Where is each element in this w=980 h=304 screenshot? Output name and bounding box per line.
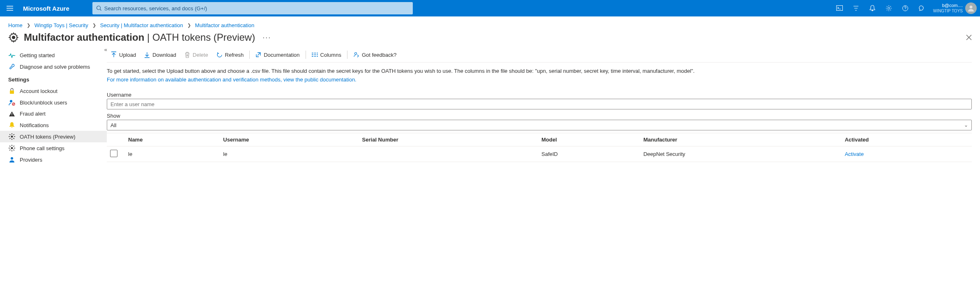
cloud-shell-icon[interactable]	[831, 0, 848, 16]
sidebar-item-account-lockout[interactable]: Account lockout	[0, 85, 107, 97]
sidebar-item-label: Notifications	[20, 122, 49, 128]
sidebar-item-block-users[interactable]: Block/unblock users	[0, 97, 107, 108]
col-activated[interactable]: Activated	[840, 133, 972, 146]
hamburger-icon[interactable]	[0, 0, 20, 16]
settings-icon[interactable]	[881, 0, 897, 16]
search-input[interactable]	[104, 5, 409, 12]
sidebar-item-notifications[interactable]: Notifications	[0, 119, 107, 131]
svg-point-0	[97, 6, 100, 10]
toolbar-separator	[347, 51, 347, 59]
page-title-row: Multifactor authentication | OATH tokens…	[0, 32, 980, 47]
toolbar: Upload Download Delete Refresh Documenta…	[107, 47, 972, 63]
activate-link[interactable]: Activate	[845, 151, 864, 157]
user-org: WINGTIP TOYS	[933, 8, 963, 14]
cell-manufacturer: DeepNet Security	[638, 146, 840, 162]
svg-point-12	[354, 52, 357, 54]
sidebar-item-label: Diagnose and solve problems	[20, 64, 90, 70]
warning-icon	[8, 111, 16, 117]
toolbar-separator	[306, 51, 306, 59]
chevron-right-icon: ❯	[187, 23, 191, 28]
more-icon[interactable]: ···	[262, 33, 271, 42]
sidebar-item-getting-started[interactable]: Getting started	[0, 50, 107, 61]
row-checkbox[interactable]	[110, 150, 117, 157]
tokens-table: Name Username Serial Number Model Manufa…	[107, 133, 972, 162]
breadcrumb: Home ❯ Wingtip Toys | Security ❯ Securit…	[0, 16, 980, 32]
avatar	[965, 2, 977, 14]
sidebar-item-label: Account lockout	[20, 88, 58, 94]
chevron-down-icon: ⌄	[964, 122, 968, 128]
columns-button[interactable]: Columns	[308, 50, 345, 60]
col-model[interactable]: Model	[536, 133, 638, 146]
brand-label[interactable]: Microsoft Azure	[23, 5, 69, 12]
svg-rect-6	[10, 91, 14, 94]
global-search[interactable]	[92, 2, 413, 14]
filter-icon[interactable]	[848, 0, 864, 16]
wrench-icon	[8, 63, 16, 70]
sidebar-item-oath-tokens[interactable]: OATH tokens (Preview)	[0, 131, 107, 142]
user-email: b@com....	[933, 3, 963, 8]
bell-icon	[8, 122, 16, 128]
main-content: Upload Download Delete Refresh Documenta…	[107, 47, 980, 170]
collapse-icon[interactable]: «	[104, 46, 105, 53]
show-value: All	[110, 122, 116, 128]
sidebar-item-label: Fraud alert	[20, 111, 46, 117]
table-row[interactable]: le le SafeID DeepNet Security Activate	[107, 146, 972, 162]
top-header: Microsoft Azure b@com.... WINGTIP TOYS	[0, 0, 980, 16]
sidebar: « Getting started Diagnose and solve pro…	[0, 47, 107, 170]
sidebar-item-label: Providers	[20, 157, 42, 163]
svg-point-2	[888, 7, 890, 9]
breadcrumb-item[interactable]: Wingtip Toys | Security	[35, 22, 88, 28]
documentation-button[interactable]: Documentation	[251, 50, 304, 60]
feedback-button[interactable]: Got feedback?	[349, 50, 401, 60]
notifications-icon[interactable]	[864, 0, 881, 16]
page-title: Multifactor authentication | OATH tokens…	[24, 32, 255, 43]
close-icon[interactable]	[966, 35, 972, 40]
svg-point-10	[11, 147, 13, 149]
svg-point-7	[10, 100, 12, 102]
user-menu[interactable]: b@com.... WINGTIP TOYS	[930, 2, 980, 14]
heartbeat-icon	[8, 53, 16, 58]
sidebar-item-label: Phone call settings	[20, 145, 64, 151]
cell-username: le	[218, 146, 357, 162]
svg-point-5	[12, 36, 15, 39]
col-name[interactable]: Name	[123, 133, 218, 146]
lock-icon	[8, 88, 16, 94]
gear-icon	[8, 32, 19, 43]
toolbar-separator	[249, 51, 250, 59]
sidebar-item-diagnose[interactable]: Diagnose and solve problems	[0, 61, 107, 72]
breadcrumb-item[interactable]: Multifactor authentication	[195, 22, 255, 28]
download-button[interactable]: Download	[140, 50, 180, 60]
gear-icon	[8, 133, 16, 140]
sidebar-item-label: OATH tokens (Preview)	[20, 134, 76, 140]
cell-model: SafeID	[536, 146, 638, 162]
user-icon	[8, 156, 16, 163]
chevron-right-icon: ❯	[92, 23, 96, 28]
svg-point-11	[11, 157, 13, 160]
help-icon[interactable]	[897, 0, 913, 16]
username-input[interactable]	[107, 99, 972, 109]
col-serial[interactable]: Serial Number	[357, 133, 537, 146]
svg-point-9	[11, 136, 13, 138]
header-icons	[831, 0, 930, 16]
user-block-icon	[8, 99, 16, 106]
col-username[interactable]: Username	[218, 133, 357, 146]
chevron-right-icon: ❯	[27, 23, 30, 28]
sidebar-item-label: Block/unblock users	[20, 100, 67, 106]
svg-rect-1	[836, 6, 842, 11]
cell-serial	[357, 146, 537, 162]
breadcrumb-item[interactable]: Security | Multifactor authentication	[100, 22, 183, 28]
username-label: Username	[107, 92, 972, 98]
sidebar-item-providers[interactable]: Providers	[0, 154, 107, 165]
info-text: To get started, select the Upload button…	[107, 67, 972, 75]
refresh-button[interactable]: Refresh	[212, 50, 248, 60]
sidebar-item-phone-call[interactable]: Phone call settings	[0, 142, 107, 154]
upload-button[interactable]: Upload	[107, 50, 140, 60]
col-manufacturer[interactable]: Manufacturer	[638, 133, 840, 146]
cell-name: le	[123, 146, 218, 162]
sidebar-heading: Settings	[0, 72, 107, 85]
sidebar-item-fraud-alert[interactable]: Fraud alert	[0, 108, 107, 119]
breadcrumb-item[interactable]: Home	[8, 22, 23, 28]
feedback-icon[interactable]	[913, 0, 930, 16]
show-select[interactable]: All ⌄	[107, 120, 972, 130]
info-link[interactable]: For more information on available authen…	[107, 77, 357, 83]
